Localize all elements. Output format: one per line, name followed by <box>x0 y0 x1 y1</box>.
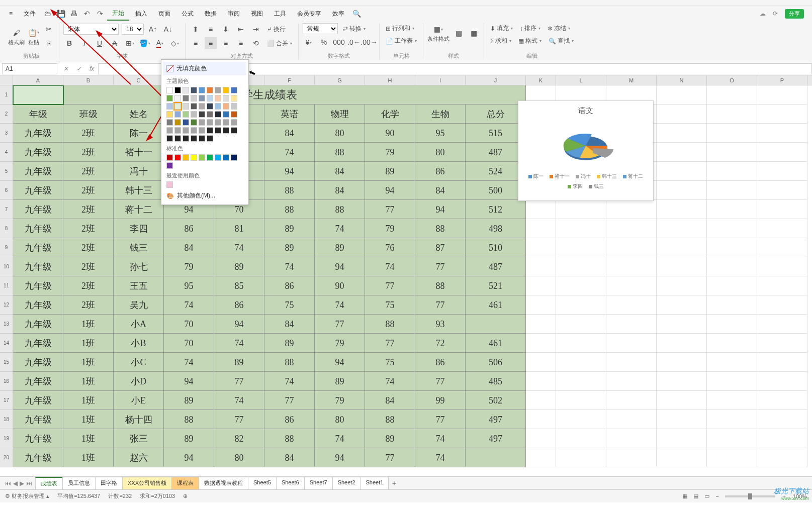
cell[interactable]: 九年级 <box>13 181 63 200</box>
cell[interactable]: 90 <box>315 276 365 295</box>
cell[interactable]: 小B <box>114 334 164 353</box>
row-header[interactable]: 4 <box>0 143 13 162</box>
view-page-icon[interactable]: ▤ <box>693 493 698 499</box>
cell[interactable]: 93 <box>415 315 466 334</box>
cell[interactable]: 74 <box>315 429 365 448</box>
cell[interactable]: 九年级 <box>13 410 63 429</box>
sum-button[interactable]: Σ求和▾ <box>488 36 513 46</box>
cell[interactable]: 77 <box>365 448 415 467</box>
cell[interactable] <box>657 353 707 372</box>
color-swatch[interactable] <box>207 127 213 134</box>
color-swatch[interactable] <box>183 135 189 142</box>
color-swatch[interactable] <box>174 95 181 101</box>
cell[interactable] <box>526 238 556 257</box>
find-button[interactable]: 🔍查找▾ <box>547 36 576 46</box>
cell[interactable]: 74 <box>365 257 415 276</box>
cell[interactable]: 1班 <box>63 448 114 467</box>
cell[interactable] <box>707 410 757 429</box>
select-all-corner[interactable] <box>0 75 13 85</box>
cell[interactable] <box>707 372 757 391</box>
color-swatch[interactable] <box>183 127 189 134</box>
cell[interactable]: 500 <box>466 181 526 200</box>
cell[interactable] <box>707 295 757 315</box>
cell[interactable]: 2班 <box>63 238 114 257</box>
cell[interactable]: 孙七 <box>114 257 164 276</box>
cell[interactable]: 九年级 <box>13 143 63 162</box>
cell[interactable]: 九年级 <box>13 124 63 143</box>
cell[interactable] <box>606 219 657 238</box>
worksheet-button[interactable]: 📄工作表▾ <box>384 36 419 46</box>
cell[interactable]: 小E <box>114 391 164 410</box>
color-swatch[interactable] <box>207 95 213 101</box>
cell[interactable]: 86 <box>415 162 466 181</box>
cell[interactable]: 84 <box>315 162 365 181</box>
align-left-icon[interactable]: ≡ <box>190 37 202 49</box>
cell[interactable]: 75 <box>365 295 415 315</box>
cell[interactable] <box>606 448 657 467</box>
tab-member[interactable]: 会员专享 <box>292 8 326 20</box>
cell[interactable] <box>526 410 556 429</box>
cell[interactable]: 84 <box>264 124 315 143</box>
cell[interactable]: 79 <box>164 257 214 276</box>
color-swatch[interactable] <box>231 119 237 126</box>
cell[interactable] <box>707 391 757 410</box>
cell[interactable]: 74 <box>214 391 264 410</box>
cell[interactable]: 九年级 <box>13 162 63 181</box>
color-swatch[interactable] <box>207 119 213 126</box>
indent-dec-icon[interactable]: ⇤ <box>235 23 247 35</box>
cell[interactable]: 王五 <box>114 276 164 295</box>
cell[interactable] <box>707 429 757 448</box>
view-normal-icon[interactable]: ▦ <box>682 493 687 499</box>
cell[interactable] <box>556 372 606 391</box>
open-icon[interactable]: 🗁 <box>42 8 54 20</box>
color-swatch[interactable] <box>231 127 237 134</box>
cell[interactable]: 88 <box>415 276 466 295</box>
col-header[interactable]: N <box>657 75 707 85</box>
cell[interactable]: 87 <box>415 238 466 257</box>
cell[interactable]: 张三 <box>114 429 164 448</box>
cell[interactable] <box>657 181 707 200</box>
cell[interactable]: 79 <box>315 334 365 353</box>
save-icon[interactable]: 💾 <box>55 8 67 20</box>
cell[interactable]: 2班 <box>63 181 114 200</box>
cell[interactable] <box>707 238 757 257</box>
selected-cell[interactable] <box>13 85 63 105</box>
cell[interactable] <box>556 315 606 334</box>
cell[interactable] <box>707 334 757 353</box>
color-swatch[interactable] <box>199 111 205 118</box>
cell[interactable]: 498 <box>466 219 526 238</box>
cell[interactable]: 77 <box>415 257 466 276</box>
cell[interactable]: 86 <box>264 410 315 429</box>
cell[interactable]: 497 <box>466 429 526 448</box>
cell[interactable]: 84 <box>264 315 315 334</box>
row-header[interactable]: 17 <box>0 391 13 410</box>
accept-icon[interactable]: ✓ <box>72 65 85 72</box>
row-header[interactable]: 15 <box>0 353 13 372</box>
dec-dec-icon[interactable]: .0← <box>348 36 360 48</box>
cell[interactable]: 生物 <box>415 105 466 124</box>
cell[interactable]: 74 <box>264 257 315 276</box>
color-swatch[interactable] <box>223 127 229 134</box>
cell[interactable]: 88 <box>264 353 315 372</box>
cell[interactable]: 九年级 <box>13 257 63 276</box>
color-swatch[interactable] <box>223 87 229 93</box>
color-swatch[interactable] <box>183 111 189 118</box>
cell[interactable]: 510 <box>466 238 526 257</box>
cell[interactable]: 88 <box>164 410 214 429</box>
color-swatch[interactable] <box>223 103 229 110</box>
zoom-in-icon[interactable]: ＋ <box>781 492 787 500</box>
cell[interactable]: 75 <box>365 353 415 372</box>
col-header[interactable]: O <box>707 75 757 85</box>
cell-style-icon[interactable]: ▦ <box>468 27 480 39</box>
cell[interactable] <box>657 372 707 391</box>
cell[interactable] <box>526 257 556 276</box>
cell[interactable]: 2班 <box>63 219 114 238</box>
cell[interactable] <box>466 448 526 467</box>
cell[interactable]: 86 <box>214 295 264 315</box>
color-swatch[interactable] <box>166 162 173 169</box>
cell[interactable]: 89 <box>365 429 415 448</box>
align-top-icon[interactable]: ⬆ <box>190 23 202 35</box>
cell[interactable]: 77 <box>365 334 415 353</box>
cell[interactable] <box>556 448 606 467</box>
cell[interactable]: 90 <box>365 124 415 143</box>
